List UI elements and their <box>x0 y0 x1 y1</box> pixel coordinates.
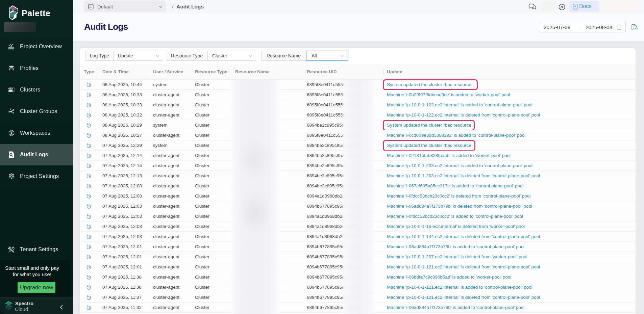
svg-text:csv: csv <box>633 27 638 30</box>
